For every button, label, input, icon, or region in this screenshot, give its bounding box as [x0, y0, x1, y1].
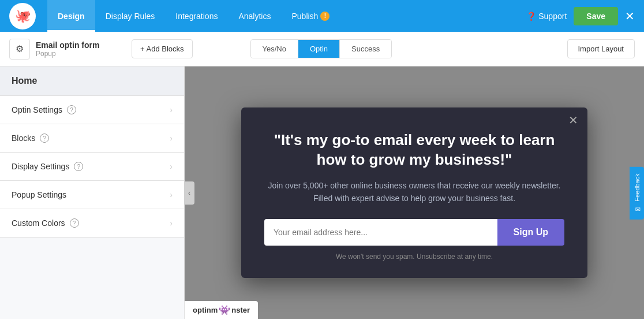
form-title: Email optin form [36, 40, 99, 50]
sidebar-item-popup-settings[interactable]: Popup Settings › [0, 181, 184, 209]
nav-tabs: Design Display Rules Integrations Analyt… [47, 0, 522, 32]
support-button[interactable]: ❓ Support [526, 12, 567, 21]
question-icon: ❓ [526, 12, 536, 21]
feedback-label: Feedback [634, 173, 641, 201]
optinmonster-logo-text2: nster [231, 306, 250, 314]
close-button[interactable]: ✕ [625, 10, 635, 22]
sidebar-item-display-settings[interactable]: Display Settings ? › [0, 153, 184, 181]
feedback-icon: ✉ [633, 205, 641, 212]
sidebar-home: Home [0, 66, 184, 96]
tab-yes-no[interactable]: Yes/No [251, 40, 298, 58]
help-icon-blocks: ? [40, 133, 49, 143]
tab-optin[interactable]: Optin [298, 40, 340, 58]
nav-tab-design[interactable]: Design [47, 0, 95, 32]
nav-tab-analytics[interactable]: Analytics [228, 0, 281, 32]
add-blocks-button[interactable]: + Add Blocks [132, 39, 193, 58]
chevron-icon-optin-settings: › [170, 105, 173, 114]
popup-email-input[interactable] [264, 219, 497, 246]
sidebar-label-popup-settings: Popup Settings [12, 190, 66, 199]
popup-headline: "It's my go-to email every week to learn… [264, 131, 564, 170]
popup-close-button[interactable]: ✕ [568, 114, 578, 126]
chevron-icon-blocks: › [170, 133, 173, 143]
preview-area: ‹ ✕ "It's my go-to email every week to l… [185, 66, 644, 319]
optinmonster-logo-bar: optinm👾nster [185, 301, 258, 319]
sidebar-item-blocks[interactable]: Blocks ? › [0, 124, 184, 153]
sidebar-label-custom-colors: Custom Colors [12, 218, 65, 228]
nav-right: ❓ Support Save ✕ [526, 7, 635, 25]
optinmonster-logo-text: optinm [193, 306, 218, 314]
popup-form-row: Sign Up [264, 219, 564, 246]
sidebar-label-optin-settings: Optin Settings [12, 105, 62, 114]
sidebar-label-display-settings: Display Settings [12, 162, 69, 171]
nav-tab-publish[interactable]: Publish ! [281, 0, 340, 32]
popup-modal: ✕ "It's my go-to email every week to lea… [241, 107, 587, 277]
save-button[interactable]: Save [574, 7, 618, 25]
help-icon-optin-settings: ? [67, 105, 76, 114]
logo-icon: 🐙 [9, 3, 36, 29]
import-layout-button[interactable]: Import Layout [567, 39, 635, 58]
sidebar-item-custom-colors[interactable]: Custom Colors ? › [0, 209, 184, 238]
collapse-handle[interactable]: ‹ [184, 181, 194, 205]
help-icon-display-settings: ? [74, 162, 83, 171]
sidebar-label-blocks: Blocks [12, 133, 35, 143]
nav-tab-integrations[interactable]: Integrations [165, 0, 228, 32]
gear-icon: ⚙ [9, 39, 30, 60]
chevron-icon-display-settings: › [170, 162, 173, 171]
nav-tab-display-rules[interactable]: Display Rules [95, 0, 166, 32]
popup-signup-button[interactable]: Sign Up [497, 219, 564, 246]
popup-subtext: Join over 5,000+ other online business o… [264, 179, 564, 205]
chevron-icon-popup-settings: › [170, 190, 173, 199]
form-title-group: Email optin form Popup [36, 40, 99, 58]
toolbar: ⚙ Email optin form Popup + Add Blocks Ye… [0, 32, 644, 66]
top-nav: 🐙 Design Display Rules Integrations Anal… [0, 0, 644, 32]
popup-spam-note: We won't send you spam. Unsubscribe at a… [264, 253, 564, 261]
sidebar: Home Optin Settings ? › Blocks ? › Displ… [0, 66, 185, 319]
logo-area: 🐙 [9, 3, 36, 29]
chevron-icon-custom-colors: › [170, 218, 173, 228]
main-content: Home Optin Settings ? › Blocks ? › Displ… [0, 66, 644, 319]
form-info: ⚙ Email optin form Popup [9, 39, 125, 60]
sidebar-item-optin-settings[interactable]: Optin Settings ? › [0, 96, 184, 124]
help-icon-custom-colors: ? [70, 218, 79, 228]
tab-success[interactable]: Success [340, 40, 391, 58]
feedback-tab[interactable]: ✉ Feedback [630, 166, 644, 219]
optinmonster-logo-icon: 👾 [219, 305, 230, 316]
tab-buttons: Yes/No Optin Success [250, 39, 392, 58]
form-subtitle: Popup [36, 50, 99, 58]
publish-badge: ! [320, 12, 330, 21]
